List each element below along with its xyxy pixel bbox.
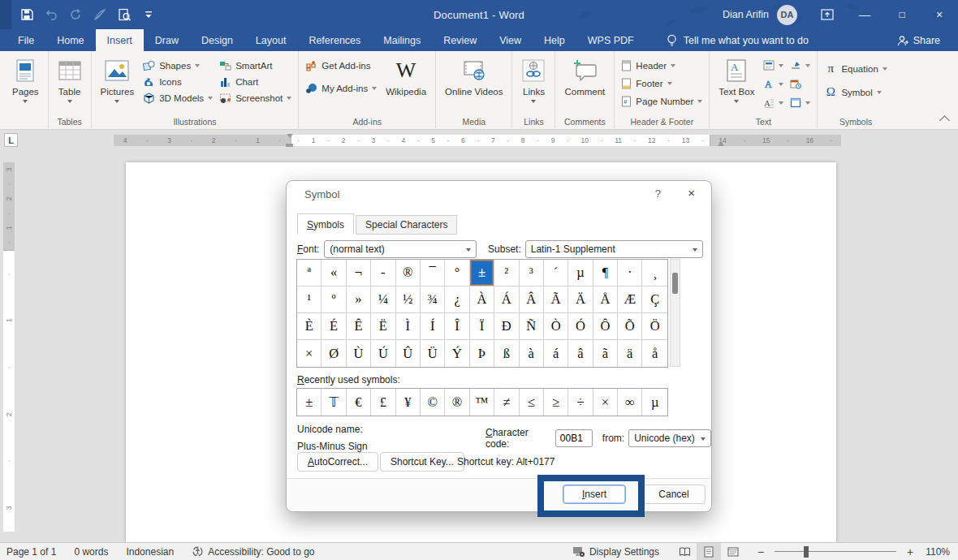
- symbol-cell[interactable]: ³: [520, 260, 544, 286]
- symbol-cell[interactable]: â: [568, 340, 593, 367]
- symbol-cell[interactable]: ¿: [445, 286, 469, 313]
- tell-me-box[interactable]: Tell me what you want to do: [667, 29, 809, 51]
- date-time-button[interactable]: [788, 78, 813, 90]
- recent-symbol-cell[interactable]: ≤: [520, 389, 544, 416]
- recent-symbol-cell[interactable]: ¥: [396, 389, 421, 416]
- ribbon-tab[interactable]: Insert: [96, 29, 144, 51]
- user-name[interactable]: Dian Arifin: [723, 9, 769, 20]
- pen-button[interactable]: [89, 4, 110, 25]
- ribbon-tab[interactable]: Layout: [244, 29, 298, 51]
- symbol-cell[interactable]: Ê: [347, 313, 371, 340]
- screenshot-button[interactable]: Screenshot: [217, 92, 294, 105]
- pictures-button[interactable]: Pictures: [96, 54, 140, 106]
- redo-button[interactable]: [65, 4, 86, 25]
- right-indent-icon[interactable]: [718, 138, 724, 146]
- recent-symbol-cell[interactable]: ÷: [568, 389, 593, 416]
- zoom-out-button[interactable]: −: [755, 545, 766, 558]
- maximize-button[interactable]: □: [883, 0, 921, 29]
- indent-markers[interactable]: [286, 134, 293, 147]
- object-button[interactable]: [788, 97, 813, 109]
- help-icon[interactable]: ?: [655, 187, 661, 200]
- ribbon-tab[interactable]: Design: [190, 29, 244, 51]
- ribbon-tab[interactable]: Mailings: [372, 29, 432, 51]
- symbol-cell[interactable]: »: [347, 286, 371, 313]
- symbol-cell[interactable]: ×: [297, 340, 321, 367]
- symbol-button[interactable]: Ω Symbol: [822, 84, 889, 100]
- recent-symbol-cell[interactable]: ×: [593, 389, 618, 416]
- character-code-input[interactable]: [555, 429, 593, 447]
- ribbon-tab[interactable]: File: [6, 29, 45, 51]
- ribbon-tab[interactable]: Draw: [144, 29, 190, 51]
- recent-symbol-cell[interactable]: ®: [445, 389, 469, 416]
- online-videos-button[interactable]: Online Videos: [440, 54, 507, 97]
- signature-line-button[interactable]: [788, 59, 813, 71]
- tab-stop-selector[interactable]: L: [4, 133, 18, 147]
- symbol-cell[interactable]: °: [445, 260, 469, 286]
- symbol-cell[interactable]: Ã: [544, 286, 568, 313]
- header-button[interactable]: Header: [619, 59, 705, 72]
- tab-symbols[interactable]: Symbols: [297, 213, 354, 235]
- recent-symbol-cell[interactable]: ≠: [494, 389, 519, 416]
- symbol-cell[interactable]: ¼: [371, 286, 395, 313]
- symbol-cell[interactable]: ã: [593, 340, 618, 367]
- symbol-cell[interactable]: Ø: [321, 340, 346, 367]
- 3d-models-button[interactable]: 3D Models: [140, 92, 215, 105]
- symbol-cell[interactable]: Ô: [593, 313, 618, 340]
- symbol-cell[interactable]: ¬: [347, 260, 371, 286]
- symbol-cell[interactable]: å: [642, 340, 667, 367]
- zoom-in-button[interactable]: +: [904, 545, 916, 558]
- icons-button[interactable]: Icons: [140, 75, 215, 88]
- symbol-cell[interactable]: Ó: [568, 313, 593, 340]
- close-button[interactable]: ×: [921, 0, 958, 29]
- recent-symbol-cell[interactable]: ©: [421, 389, 445, 416]
- share-button[interactable]: Share: [897, 29, 940, 51]
- zoom-slider[interactable]: [775, 551, 896, 552]
- symbol-cell[interactable]: Ð: [494, 313, 519, 340]
- symbol-cell[interactable]: Ä: [568, 286, 593, 313]
- symbol-cell[interactable]: Û: [396, 340, 421, 367]
- symbol-cell[interactable]: ·: [618, 260, 642, 286]
- symbol-cell[interactable]: ²: [494, 260, 519, 286]
- symbol-cell[interactable]: Ï: [470, 313, 494, 340]
- display-settings-button[interactable]: Display Settings: [572, 546, 659, 558]
- symbol-cell[interactable]: ¹: [297, 286, 321, 313]
- zoom-slider-thumb[interactable]: [804, 546, 809, 558]
- zoom-level[interactable]: 110%: [916, 546, 950, 558]
- avatar[interactable]: DA: [777, 5, 797, 25]
- symbol-cell[interactable]: Æ: [618, 286, 642, 313]
- ribbon-tab[interactable]: WPS PDF: [576, 29, 645, 51]
- pages-button[interactable]: Pages: [7, 54, 44, 106]
- ribbon-tab[interactable]: Home: [45, 29, 95, 51]
- tab-special-characters[interactable]: Special Characters: [356, 215, 457, 235]
- page-indicator[interactable]: Page 1 of 1: [6, 546, 56, 558]
- symbol-cell[interactable]: Ñ: [520, 313, 544, 340]
- ribbon-display-options-button[interactable]: [809, 0, 846, 29]
- symbol-cell[interactable]: Õ: [618, 313, 642, 340]
- symbol-cell[interactable]: º: [321, 286, 346, 313]
- ribbon-tab[interactable]: Review: [432, 29, 488, 51]
- accessibility-status[interactable]: Accessibility: Good to go: [192, 545, 314, 558]
- text-box-button[interactable]: A Text Box: [714, 54, 759, 106]
- recent-symbol-cell[interactable]: µ: [642, 389, 667, 416]
- symbol-cell[interactable]: ´: [544, 260, 568, 286]
- quick-parts-button[interactable]: [761, 59, 786, 71]
- symbol-cell[interactable]: á: [544, 340, 568, 367]
- symbol-cell[interactable]: Ù: [347, 340, 371, 367]
- equation-button[interactable]: π Equation: [822, 61, 889, 76]
- autocorrect-button[interactable]: AutoCorrect...: [297, 452, 378, 472]
- chart-button[interactable]: Chart: [217, 75, 294, 88]
- symbol-cell[interactable]: É: [321, 313, 346, 340]
- symbol-cell[interactable]: Ò: [544, 313, 568, 340]
- wikipedia-button[interactable]: W Wikipedia: [381, 54, 431, 97]
- subset-select[interactable]: Latin-1 Supplement: [525, 240, 703, 258]
- footer-button[interactable]: Footer: [619, 77, 705, 90]
- ribbon-tab[interactable]: Help: [533, 29, 576, 51]
- save-button[interactable]: [16, 4, 37, 25]
- symbol-cell[interactable]: Ö: [642, 313, 667, 340]
- print-layout-button[interactable]: [697, 543, 721, 560]
- ribbon-tab[interactable]: References: [297, 29, 372, 51]
- symbol-cell[interactable]: µ: [568, 260, 593, 286]
- symbol-cell[interactable]: Á: [494, 286, 519, 313]
- word-count[interactable]: 0 words: [74, 546, 108, 558]
- language-indicator[interactable]: Indonesian: [126, 546, 174, 558]
